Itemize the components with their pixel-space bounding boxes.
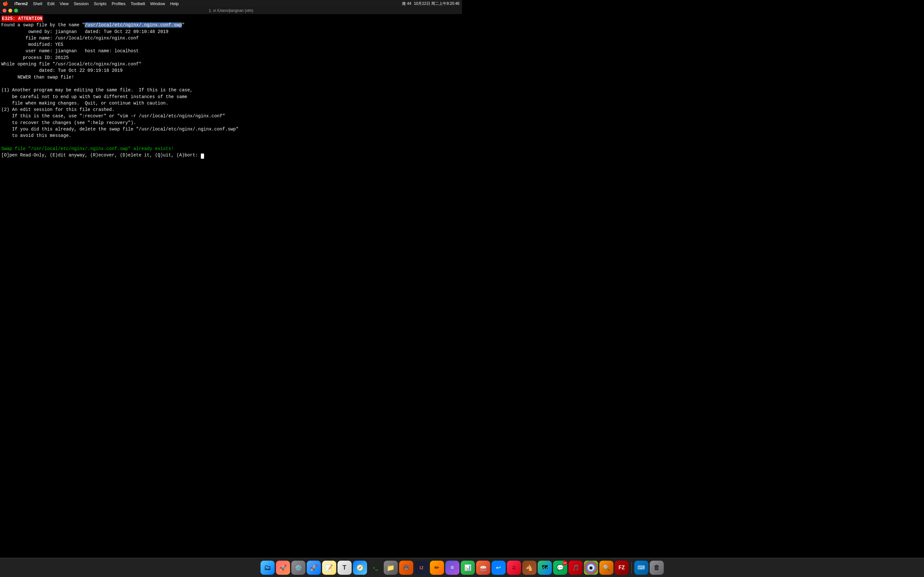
swap-exists-line: Swap file "/usr/local/etc/nginx/.nginx.c… — [1, 146, 174, 151]
menu-scripts[interactable]: Scripts — [91, 1, 109, 7]
menu-toolbelt[interactable]: Toolbelt — [128, 1, 148, 7]
menubar-left: 🍎 iTerm2 Shell Edit View Session Scripts… — [3, 1, 181, 7]
error-badge: E325: ATTENTION — [1, 15, 43, 22]
line-8: dated: Tue Oct 22 09:19:18 2019 — [1, 68, 123, 73]
menu-view[interactable]: View — [57, 1, 71, 7]
menubar: 🍎 iTerm2 Shell Edit View Session Scripts… — [0, 0, 462, 7]
clock: 10月22日 周二上午9:20:46 — [414, 1, 459, 6]
menu-profiles[interactable]: Profiles — [109, 1, 128, 7]
menu-shell[interactable]: Shell — [31, 1, 45, 7]
line-1: Found a swap file by the name "/usr/loca… — [1, 23, 184, 27]
menu-iterm2[interactable]: iTerm2 — [12, 1, 31, 7]
menu-session[interactable]: Session — [71, 1, 91, 7]
close-button[interactable] — [3, 9, 6, 13]
minimize-button[interactable] — [8, 9, 12, 13]
menu-window[interactable]: Window — [148, 1, 168, 7]
line-6: process ID: 26125 — [1, 55, 69, 60]
line-13: (2) An edit session for this file crashe… — [1, 107, 115, 112]
line-5: user name: jiangnan host name: localhost — [1, 48, 139, 53]
terminal-content[interactable]: E325: ATTENTION Found a swap file by the… — [0, 14, 462, 269]
highlighted-path: /usr/local/etc/nginx/.nginx.conf.swp — [85, 23, 182, 27]
line-11: be careful not to end up with two differ… — [1, 94, 187, 99]
line-17: to avoid this message. — [1, 133, 71, 138]
line-14: If this is the case, use ":recover" or "… — [1, 113, 225, 119]
titlebar: 1. vi /Users/jiangnan (vim) — [0, 7, 462, 14]
line-10: (1) Another program may be editing the s… — [1, 87, 193, 93]
terminal-output: E325: ATTENTION Found a swap file by the… — [1, 15, 461, 159]
window-title: 1. vi /Users/jiangnan (vim) — [209, 8, 254, 13]
apple-menu[interactable]: 🍎 — [3, 1, 8, 6]
line-16: If you did this already, delete the swap… — [1, 127, 238, 132]
line-3: file name: /usr/local/etc/nginx/nginx.co… — [1, 35, 139, 41]
line-2: owned by: jiangnan dated: Tue Oct 22 09:… — [1, 29, 168, 34]
traffic-lights — [3, 9, 18, 13]
terminal-cursor — [201, 153, 204, 159]
prompt-line: [O]pen Read-Only, (E)dit anyway, (R)ecov… — [1, 153, 204, 158]
line-4: modified: YES — [1, 42, 63, 47]
line-9: NEWER than swap file! — [1, 75, 74, 80]
line-blank — [1, 81, 4, 86]
line-12: file when making changes. Quit, or conti… — [1, 101, 168, 106]
menu-edit[interactable]: Edit — [45, 1, 57, 7]
line-7: While opening file "/usr/local/etc/nginx… — [1, 61, 142, 67]
wechat-status: 微 44 — [402, 1, 411, 6]
maximize-button[interactable] — [14, 9, 18, 13]
menu-help[interactable]: Help — [168, 1, 181, 7]
menubar-right: 微 44 10月22日 周二上午9:20:46 — [402, 1, 459, 6]
line-blank2 — [1, 140, 4, 145]
line-15: to recover the changes (see ":help recov… — [1, 120, 136, 125]
